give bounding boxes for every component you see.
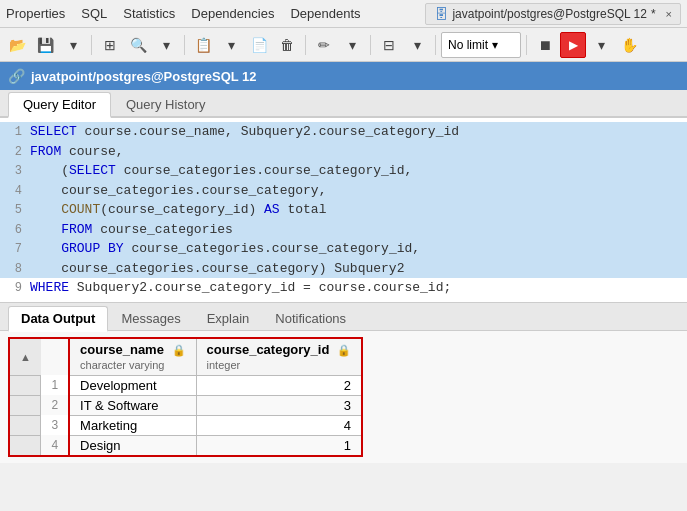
tab-close-button[interactable]: × — [666, 8, 672, 20]
line-number-6: 6 — [0, 220, 30, 239]
col-header-course-name: course_name 🔒 character varying — [69, 338, 196, 376]
toolbar-sep-6 — [526, 35, 527, 55]
tab-messages[interactable]: Messages — [108, 306, 193, 330]
menu-dependencies[interactable]: Dependencies — [191, 6, 274, 21]
menu-bar: Properties SQL Statistics Dependencies D… — [0, 0, 687, 28]
line-code-1: SELECT course.course_name, Subquery2.cou… — [30, 122, 687, 142]
row-num-header — [41, 338, 69, 376]
menu-statistics[interactable]: Statistics — [123, 6, 175, 21]
lock-icon-course-name: 🔒 — [172, 344, 186, 356]
filter-dropdown-button[interactable]: ▾ — [404, 32, 430, 58]
db-icon: 🗄 — [434, 6, 448, 22]
limit-label: No limit — [448, 38, 488, 52]
row-arrow-3 — [9, 415, 41, 435]
toolbar-sep-5 — [435, 35, 436, 55]
table-row: 3Marketing4 — [9, 415, 362, 435]
run-dropdown-button[interactable]: ▾ — [588, 32, 614, 58]
col-name-course-category-id: course_category_id — [207, 342, 330, 357]
line-code-5: COUNT(course_category_id) AS total — [30, 200, 687, 220]
cell-course-cat-id-3: 4 — [196, 415, 362, 435]
row-num-3: 3 — [41, 415, 69, 435]
connection-tab-text: javatpoint/postgres@PostgreSQL 12 — [452, 7, 647, 21]
toolbar-sep-3 — [305, 35, 306, 55]
asterisk-label: * — [651, 7, 656, 21]
sql-line-6: 6 FROM course_categories — [0, 220, 687, 240]
copy-button[interactable]: 📋 — [190, 32, 216, 58]
stop-button[interactable]: ⏹ — [532, 32, 558, 58]
open-file-button[interactable]: 📂 — [4, 32, 30, 58]
copy-dropdown-button[interactable]: ▾ — [218, 32, 244, 58]
toolbar-sep-1 — [91, 35, 92, 55]
line-code-3: (SELECT course_categories.course_categor… — [30, 161, 687, 181]
row-indicator-header: ▲ — [9, 338, 41, 376]
line-number-9: 9 — [0, 278, 30, 297]
cell-course-cat-id-2: 3 — [196, 395, 362, 415]
sql-line-8: 8 course_categories.course_category) Sub… — [0, 259, 687, 279]
row-num-4: 4 — [41, 435, 69, 456]
delete-button[interactable]: 🗑 — [274, 32, 300, 58]
table-row: 4Design1 — [9, 435, 362, 456]
toolbar: 📂 💾 ▾ ⊞ 🔍 ▾ 📋 ▾ 📄 🗑 ✏ ▾ ⊟ ▾ No limit ▾ ⏹… — [0, 28, 687, 62]
lock-icon-course-cat-id: 🔒 — [337, 344, 351, 356]
line-number-7: 7 — [0, 239, 30, 258]
line-code-4: course_categories.course_category, — [30, 181, 687, 201]
sql-line-1: 1SELECT course.course_name, Subquery2.co… — [0, 122, 687, 142]
line-code-9: WHERE Subquery2.course_category_id = cou… — [30, 278, 687, 298]
col-name-course-name: course_name — [80, 342, 164, 357]
tab-data-output[interactable]: Data Output — [8, 306, 108, 332]
cell-course-name-4: Design — [69, 435, 196, 456]
tab-query-history[interactable]: Query History — [111, 92, 220, 116]
col-type-course-category-id: integer — [207, 359, 241, 371]
line-code-7: GROUP BY course_categories.course_catego… — [30, 239, 687, 259]
line-number-4: 4 — [0, 181, 30, 200]
save-dropdown-button[interactable]: ▾ — [60, 32, 86, 58]
cell-course-name-2: IT & Software — [69, 395, 196, 415]
data-output-panel: ▲ course_name 🔒 character varying course… — [0, 331, 687, 463]
run-button[interactable]: ▶ — [560, 32, 586, 58]
sql-line-3: 3 (SELECT course_categories.course_categ… — [0, 161, 687, 181]
editor-tab-row: Query Editor Query History — [0, 90, 687, 118]
sql-line-2: 2FROM course, — [0, 142, 687, 162]
menu-dependents[interactable]: Dependents — [290, 6, 360, 21]
toolbar-sep-4 — [370, 35, 371, 55]
menu-properties[interactable]: Properties — [6, 6, 65, 21]
search-button[interactable]: 🔍 — [125, 32, 151, 58]
sql-editor[interactable]: 1SELECT course.course_name, Subquery2.co… — [0, 118, 687, 303]
line-code-6: FROM course_categories — [30, 220, 687, 240]
edit-button[interactable]: ✏ — [311, 32, 337, 58]
cell-course-cat-id-4: 1 — [196, 435, 362, 456]
tab-query-editor[interactable]: Query Editor — [8, 92, 111, 118]
limit-chevron: ▾ — [492, 38, 498, 52]
row-arrow-4 — [9, 435, 41, 456]
save-file-button[interactable]: 💾 — [32, 32, 58, 58]
sql-line-4: 4 course_categories.course_category, — [0, 181, 687, 201]
bottom-tab-row: Data Output Messages Explain Notificatio… — [0, 303, 687, 331]
row-num-2: 2 — [41, 395, 69, 415]
hand-tool-button[interactable]: ✋ — [616, 32, 642, 58]
row-arrow-1 — [9, 375, 41, 395]
paste-button[interactable]: 📄 — [246, 32, 272, 58]
table-row: 2IT & Software3 — [9, 395, 362, 415]
connection-tab-label[interactable]: 🗄 javatpoint/postgres@PostgreSQL 12 * × — [425, 3, 681, 25]
sql-line-7: 7 GROUP BY course_categories.course_cate… — [0, 239, 687, 259]
limit-dropdown[interactable]: No limit ▾ — [441, 32, 521, 58]
tab-notifications[interactable]: Notifications — [262, 306, 359, 330]
tab-explain[interactable]: Explain — [194, 306, 263, 330]
col-header-course-category-id: course_category_id 🔒 integer — [196, 338, 362, 376]
line-number-5: 5 — [0, 200, 30, 219]
cell-course-name-1: Development — [69, 375, 196, 395]
cell-course-name-3: Marketing — [69, 415, 196, 435]
line-number-3: 3 — [0, 161, 30, 180]
table-row: 1Development2 — [9, 375, 362, 395]
line-number-1: 1 — [0, 122, 30, 141]
toolbar-sep-2 — [184, 35, 185, 55]
edit-dropdown-button[interactable]: ▾ — [339, 32, 365, 58]
filter-button[interactable]: ⊟ — [376, 32, 402, 58]
search-dropdown-button[interactable]: ▾ — [153, 32, 179, 58]
sql-line-9: 9WHERE Subquery2.course_category_id = co… — [0, 278, 687, 298]
col-type-course-name: character varying — [80, 359, 164, 371]
menu-sql[interactable]: SQL — [81, 6, 107, 21]
table-view-button[interactable]: ⊞ — [97, 32, 123, 58]
connection-icon: 🔗 — [8, 68, 25, 84]
connection-label: javatpoint/postgres@PostgreSQL 12 — [31, 69, 257, 84]
